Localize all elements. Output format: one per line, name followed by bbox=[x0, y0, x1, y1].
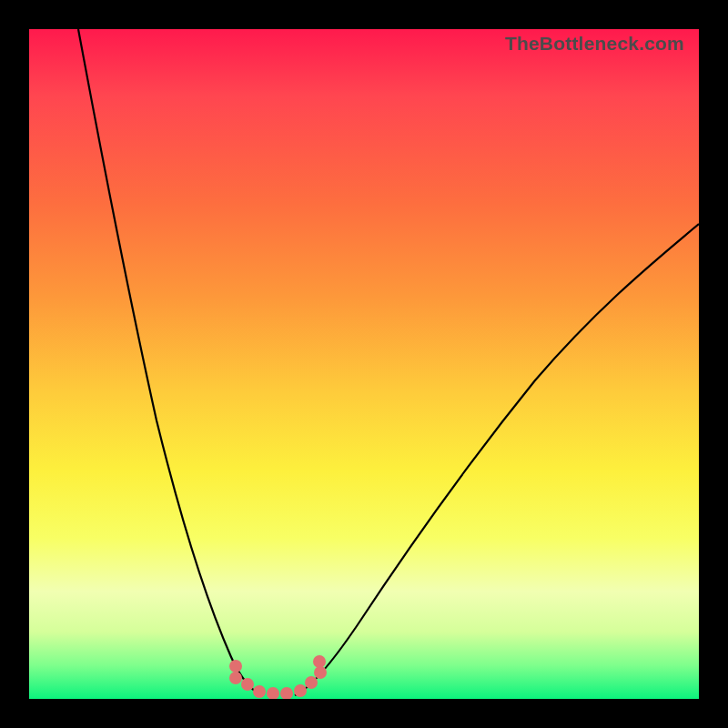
bottleneck-curve bbox=[29, 29, 699, 699]
marker-dot bbox=[267, 687, 279, 699]
curve-right-branch bbox=[295, 224, 699, 695]
marker-dot bbox=[229, 660, 242, 672]
marker-dot bbox=[305, 676, 318, 689]
curve-left-branch bbox=[78, 29, 262, 695]
highlight-markers bbox=[229, 655, 327, 699]
marker-dot bbox=[280, 687, 293, 699]
marker-dot bbox=[314, 666, 327, 679]
marker-dot bbox=[253, 685, 266, 698]
marker-dot bbox=[229, 672, 242, 684]
marker-dot bbox=[313, 655, 326, 668]
marker-dot bbox=[241, 678, 254, 691]
plot-area: TheBottleneck.com bbox=[29, 29, 699, 699]
chart-outer-frame: TheBottleneck.com bbox=[0, 0, 728, 728]
marker-dot bbox=[294, 684, 307, 697]
